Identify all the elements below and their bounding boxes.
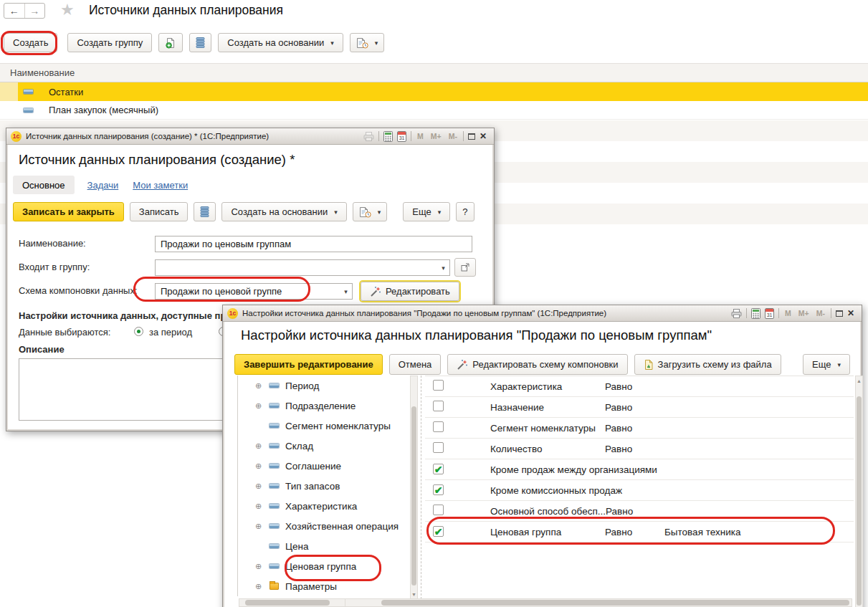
- scroll-down-icon[interactable]: ▼: [411, 592, 417, 597]
- conditions-horizontal-scrollbar[interactable]: [345, 598, 852, 607]
- edit-composition-scheme-button[interactable]: Редактировать схему компоновки: [447, 354, 627, 375]
- expand-icon[interactable]: ⊕: [254, 482, 263, 491]
- list-column-header[interactable]: Наименование: [0, 63, 868, 82]
- tree-item-price-group[interactable]: ⊕Ценовая группа: [238, 556, 410, 576]
- cancel-button[interactable]: Отмена: [389, 354, 442, 375]
- memory-m-button[interactable]: M: [783, 309, 793, 317]
- tab-tasks[interactable]: Задачи: [86, 176, 120, 194]
- checkbox-checked[interactable]: ✔: [433, 526, 444, 537]
- more-button[interactable]: Еще ▾: [403, 202, 450, 221]
- scheduled-document-button[interactable]: ▾: [353, 202, 388, 221]
- memory-m-button[interactable]: M: [416, 132, 425, 140]
- scrollbar-thumb[interactable]: [411, 406, 416, 586]
- save-and-close-button[interactable]: Записать и закрыть: [13, 202, 124, 221]
- tree-item[interactable]: Сегмент номенклатуры: [238, 416, 410, 436]
- tree-item[interactable]: ⊕Тип запасов: [238, 476, 410, 496]
- expand-icon[interactable]: ⊕: [254, 502, 263, 511]
- memory-mminus-button[interactable]: M-: [815, 309, 826, 317]
- tree-vertical-scrollbar[interactable]: ▼: [410, 376, 418, 599]
- expand-icon[interactable]: ⊕: [254, 582, 263, 591]
- favorite-star-icon[interactable]: ★: [60, 1, 75, 19]
- create-button[interactable]: Создать: [4, 33, 57, 52]
- checkbox[interactable]: [433, 442, 444, 453]
- tree-item[interactable]: ⊕Хозяйственная операция: [238, 516, 410, 536]
- checkbox[interactable]: [433, 380, 444, 391]
- expand-icon[interactable]: ⊕: [254, 522, 263, 531]
- condition-row[interactable]: Характеристика Равно: [425, 376, 854, 397]
- tree-item[interactable]: ⊕Склад: [238, 436, 410, 456]
- calendar-icon[interactable]: 31: [765, 308, 774, 319]
- tab-my-notes[interactable]: Мои заметки: [131, 176, 189, 194]
- more-button[interactable]: Еще ▾: [803, 354, 850, 375]
- checkbox-checked[interactable]: ✔: [433, 464, 444, 474]
- tree-item-parameters[interactable]: ⊕Параметры: [238, 576, 410, 596]
- create-based-on-button[interactable]: Создать на основании ▾: [221, 202, 346, 221]
- combo-arrow-icon[interactable]: ▾: [340, 283, 353, 300]
- calendar-icon[interactable]: 31: [397, 131, 406, 142]
- group-input[interactable]: [155, 259, 437, 276]
- combo-arrow-icon[interactable]: ▾: [437, 259, 450, 276]
- checkbox-checked[interactable]: ✔: [433, 484, 444, 495]
- list-settings-button[interactable]: [189, 33, 211, 52]
- checkbox[interactable]: [433, 421, 444, 432]
- name-input[interactable]: [155, 236, 472, 252]
- condition-row[interactable]: Назначение Равно: [425, 397, 854, 418]
- conditions-vertical-scrollbar[interactable]: ▲: [855, 376, 863, 607]
- tree-item[interactable]: Цена: [238, 536, 410, 556]
- back-icon[interactable]: ←: [4, 4, 25, 18]
- scheduled-document-button[interactable]: ▾: [350, 33, 385, 52]
- edit-scheme-button[interactable]: Редактировать: [361, 282, 459, 301]
- finish-editing-button[interactable]: Завершить редактирование: [234, 354, 383, 375]
- expand-icon[interactable]: ⊕: [254, 462, 263, 471]
- scrollbar-thumb[interactable]: [381, 600, 849, 606]
- scrollbar-thumb[interactable]: [245, 600, 330, 606]
- memory-mplus-button[interactable]: M+: [797, 309, 811, 317]
- close-icon[interactable]: ✕: [480, 131, 487, 141]
- checkbox[interactable]: [433, 505, 444, 515]
- condition-row[interactable]: ✔ Кроме комиссионных продаж: [425, 480, 854, 501]
- tree-item[interactable]: ⊕Подразделение: [238, 396, 410, 416]
- document-clock-icon: [356, 37, 368, 49]
- forward-icon[interactable]: →: [25, 4, 45, 18]
- tree-item[interactable]: ⊕Характеристика: [238, 496, 410, 516]
- tab-main[interactable]: Основное: [13, 176, 75, 194]
- dialog1-titlebar[interactable]: 1с Источник данных планирования (создани…: [6, 128, 494, 145]
- list-row[interactable]: Остатки: [0, 82, 868, 101]
- print-icon[interactable]: [363, 132, 374, 141]
- expand-icon[interactable]: ⊕: [254, 441, 263, 451]
- scrollbar-thumb[interactable]: [857, 396, 862, 606]
- condition-row[interactable]: Количество Равно: [425, 439, 854, 459]
- open-group-button[interactable]: [454, 258, 476, 277]
- help-button[interactable]: ?: [456, 202, 474, 221]
- expand-icon[interactable]: ⊕: [254, 562, 263, 571]
- print-icon[interactable]: [731, 309, 742, 318]
- calculator-icon[interactable]: [383, 131, 393, 142]
- list-row[interactable]: План закупок (месячный): [0, 101, 868, 120]
- radio-period[interactable]: [134, 327, 143, 336]
- calculator-icon[interactable]: [751, 308, 760, 319]
- close-icon[interactable]: ✕: [847, 308, 854, 318]
- create-group-button[interactable]: Создать группу: [67, 33, 152, 52]
- tree-item[interactable]: ⊕Период: [238, 376, 410, 396]
- load-scheme-from-file-button[interactable]: Загрузить схему из файла: [634, 354, 781, 375]
- dialog2-titlebar[interactable]: 1с Настройки источника данных планирован…: [223, 305, 862, 322]
- expand-icon[interactable]: ⊕: [254, 381, 263, 391]
- maximize-icon[interactable]: [468, 133, 475, 140]
- checkbox[interactable]: [433, 401, 444, 411]
- memory-mminus-button[interactable]: M-: [447, 132, 459, 140]
- scheme-input[interactable]: [155, 283, 340, 300]
- create-copy-button[interactable]: [158, 33, 183, 52]
- list-settings-button[interactable]: [194, 202, 216, 221]
- condition-row[interactable]: Основной способ обесп... Равно: [425, 501, 854, 522]
- maximize-icon[interactable]: [836, 310, 843, 317]
- memory-mplus-button[interactable]: M+: [429, 132, 443, 140]
- expand-icon[interactable]: ⊕: [254, 401, 263, 411]
- save-button[interactable]: Записать: [130, 202, 189, 221]
- panel-splitter[interactable]: [421, 376, 421, 599]
- create-based-on-button[interactable]: Создать на основании ▾: [218, 33, 343, 52]
- condition-row[interactable]: Сегмент номенклатуры Равно: [425, 418, 854, 439]
- scroll-up-icon[interactable]: ▲: [856, 378, 862, 383]
- condition-row[interactable]: ✔ Кроме продаж между организациями: [425, 459, 854, 480]
- tree-item[interactable]: ⊕Соглашение: [238, 456, 410, 476]
- condition-row-price-group[interactable]: ✔ Ценовая группа Равно Бытовая техника: [425, 522, 854, 543]
